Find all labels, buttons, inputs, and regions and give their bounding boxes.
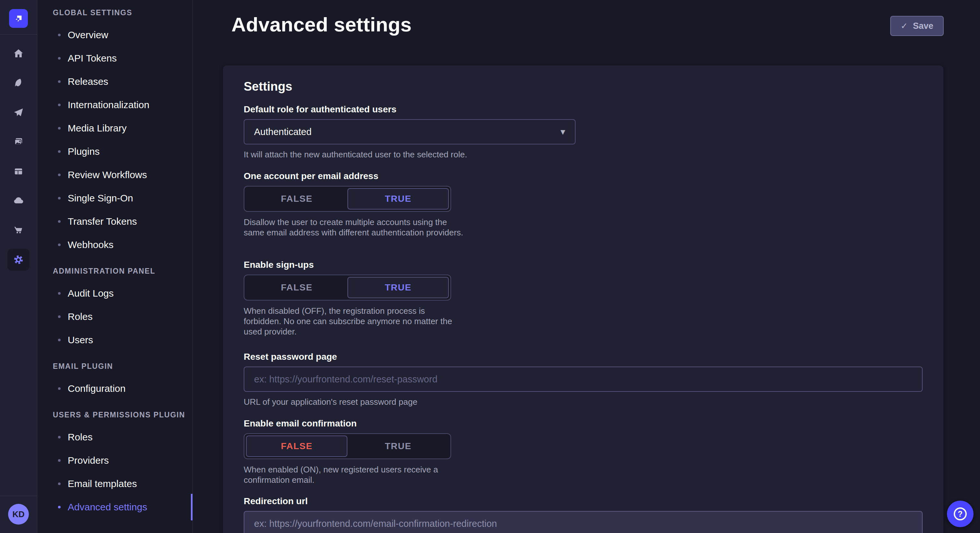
field-hint: When enabled (ON), new registered users … [244, 464, 464, 485]
field-label: Enable email confirmation [244, 418, 464, 429]
subnav-item-advanced-settings[interactable]: Advanced settings [37, 495, 192, 519]
field-label: Reset password page [244, 352, 923, 362]
subnav-section-users-permissions-plugin: USERS & PERMISSIONS PLUGIN Roles Provide… [37, 411, 192, 519]
subnav-item-review-workflows[interactable]: Review Workflows [37, 163, 192, 187]
bullet-dot [58, 34, 60, 36]
bullet-dot [58, 150, 60, 153]
field-hint: URL of your application's reset password… [244, 397, 923, 407]
bullet-dot [58, 80, 60, 83]
subnav-item-webhooks[interactable]: Webhooks [37, 233, 192, 257]
rail-icon-list [8, 46, 30, 267]
redirection-url-field: Redirection url [244, 496, 923, 533]
bullet-dot [58, 482, 60, 485]
section-label: USERS & PERMISSIONS PLUGIN [37, 411, 192, 419]
content-feather-icon[interactable] [11, 76, 25, 90]
send-plane-icon[interactable] [11, 105, 25, 119]
save-button-label: Save [913, 21, 933, 31]
one-account-field: One account per email address FALSE TRUE… [244, 171, 464, 238]
field-label: Redirection url [244, 496, 923, 506]
subnav-item-email-templates[interactable]: Email templates [37, 472, 192, 495]
default-role-select[interactable]: Authenticated ▼ [244, 119, 576, 144]
field-hint: It will attach the new authenticated use… [244, 150, 576, 160]
toggle-true-option[interactable]: TRUE [347, 436, 449, 457]
section-label: GLOBAL SETTINGS [37, 8, 192, 17]
media-library-icon[interactable] [11, 135, 25, 149]
toggle-true-option[interactable]: TRUE [347, 277, 449, 298]
field-hint: Disallow the user to create multiple acc… [244, 217, 464, 238]
section-label: EMAIL PLUGIN [37, 362, 192, 370]
toggle-false-option[interactable]: FALSE [246, 188, 347, 209]
subnav-item-up-roles[interactable]: Roles [37, 425, 192, 449]
avatar[interactable]: KD [8, 504, 29, 525]
strapi-logo-icon [13, 13, 24, 24]
help-button[interactable]: ? [947, 501, 974, 527]
layout-panel-icon[interactable] [11, 164, 25, 178]
subnav-section-email-plugin: EMAIL PLUGIN Configuration [37, 362, 192, 400]
rail-footer: KD [0, 496, 37, 533]
select-value: Authenticated [254, 127, 312, 137]
bullet-dot [58, 339, 60, 341]
bullet-dot [58, 127, 60, 130]
subnav-item-media-library[interactable]: Media Library [37, 117, 192, 140]
subnav-item-api-tokens[interactable]: API Tokens [37, 47, 192, 70]
enable-signups-field: Enable sign-ups FALSE TRUE When disabled… [244, 260, 464, 337]
marketplace-cart-icon[interactable] [11, 223, 25, 237]
bullet-dot [58, 220, 60, 223]
enable-signups-toggle: FALSE TRUE [244, 274, 451, 300]
settings-subnav: GLOBAL SETTINGS Overview API Tokens Rele… [37, 0, 193, 533]
bullet-dot [58, 292, 60, 295]
bullet-dot [58, 104, 60, 106]
settings-gear-icon[interactable] [8, 249, 30, 271]
bullet-dot [58, 436, 60, 438]
main-content: Advanced settings ✓ Save Settings Defaul… [193, 0, 980, 533]
toggle-false-option[interactable]: FALSE [246, 436, 347, 457]
bullet-dot [58, 459, 60, 462]
page-title: Advanced settings [231, 13, 412, 36]
one-account-toggle: FALSE TRUE [244, 186, 451, 212]
subnav-item-admin-roles[interactable]: Roles [37, 305, 192, 328]
redirection-url-input[interactable] [244, 511, 923, 533]
toggle-true-option[interactable]: TRUE [347, 188, 449, 209]
subnav-item-overview[interactable]: Overview [37, 23, 192, 47]
reset-password-input[interactable] [244, 366, 923, 392]
bullet-dot [58, 506, 60, 508]
strapi-admin-app: KD GLOBAL SETTINGS Overview API Tokens R… [0, 0, 980, 533]
subnav-item-single-sign-on[interactable]: Single Sign-On [37, 187, 192, 210]
settings-card: Settings Default role for authenticated … [223, 65, 943, 533]
subnav-item-providers[interactable]: Providers [37, 449, 192, 472]
rail-divider [0, 34, 37, 35]
subnav-item-email-configuration[interactable]: Configuration [37, 377, 192, 400]
bullet-dot [58, 57, 60, 60]
bullet-dot [58, 387, 60, 390]
field-label: One account per email address [244, 171, 464, 181]
subnav-section-global-settings: GLOBAL SETTINGS Overview API Tokens Rele… [37, 8, 192, 257]
subnav-item-releases[interactable]: Releases [37, 70, 192, 93]
bullet-dot [58, 244, 60, 246]
toggle-false-option[interactable]: FALSE [246, 277, 347, 298]
main-nav-rail: KD [0, 0, 37, 533]
bullet-dot [58, 316, 60, 318]
subnav-item-plugins[interactable]: Plugins [37, 140, 192, 163]
check-icon: ✓ [900, 21, 908, 31]
active-indicator-bar [191, 494, 192, 520]
subnav-section-administration-panel: ADMINISTRATION PANEL Audit Logs Roles Us… [37, 267, 192, 352]
subnav-item-internationalization[interactable]: Internationalization [37, 93, 192, 117]
card-heading: Settings [244, 80, 292, 94]
section-label: ADMINISTRATION PANEL [37, 267, 192, 275]
strapi-logo[interactable] [9, 9, 28, 28]
home-icon[interactable] [11, 46, 25, 60]
field-label: Default role for authenticated users [244, 104, 576, 115]
email-confirmation-field: Enable email confirmation FALSE TRUE Whe… [244, 418, 464, 485]
bullet-dot [58, 174, 60, 176]
question-mark-icon: ? [954, 508, 967, 520]
subnav-item-transfer-tokens[interactable]: Transfer Tokens [37, 210, 192, 233]
email-confirmation-toggle: FALSE TRUE [244, 433, 451, 459]
field-hint: When disabled (OFF), the registration pr… [244, 306, 464, 337]
field-label: Enable sign-ups [244, 260, 464, 270]
cloud-icon[interactable] [11, 194, 25, 208]
reset-password-field: Reset password page URL of your applicat… [244, 352, 923, 407]
save-button[interactable]: ✓ Save [890, 16, 944, 36]
bullet-dot [58, 197, 60, 200]
subnav-item-admin-users[interactable]: Users [37, 328, 192, 352]
subnav-item-audit-logs[interactable]: Audit Logs [37, 282, 192, 305]
